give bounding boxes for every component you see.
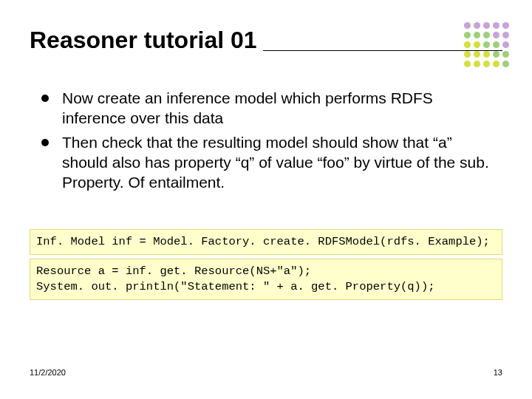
code-block-1: Inf. Model inf = Model. Factory. create.… — [30, 229, 502, 255]
decor-dot — [474, 22, 480, 29]
title-row: Reasoner tutorial 01 — [30, 27, 502, 54]
code-block-1-wrap: Inf. Model inf = Model. Factory. create.… — [30, 229, 502, 255]
decor-dot — [502, 41, 509, 48]
decor-dot — [464, 41, 471, 48]
decor-dot — [493, 32, 499, 38]
slide: Reasoner tutorial 01 Now create an infer… — [0, 0, 532, 399]
decor-dots — [464, 22, 510, 68]
decor-dot — [474, 41, 480, 48]
decor-dot — [502, 22, 509, 29]
decor-dot — [483, 41, 490, 48]
decor-dot — [493, 51, 499, 58]
list-item: Now create an inference model which perf… — [41, 89, 491, 129]
code-block-2: Resource a = inf. get. Resource(NS+"a");… — [30, 259, 502, 300]
decor-dot — [483, 32, 490, 38]
code-block-2-wrap: Resource a = inf. get. Resource(NS+"a");… — [30, 259, 502, 300]
footer-date: 11/2/2020 — [30, 368, 66, 377]
content-area: Now create an inference model which perf… — [41, 89, 491, 197]
decor-dot — [502, 61, 509, 67]
decor-dot — [464, 51, 471, 58]
slide-title: Reasoner tutorial 01 — [30, 27, 257, 54]
decor-dot — [483, 22, 490, 29]
decor-dot — [464, 22, 471, 29]
decor-dot — [483, 61, 490, 67]
decor-dot — [464, 32, 471, 38]
decor-dot — [502, 32, 509, 38]
decor-dot — [474, 51, 480, 58]
footer-page-number: 13 — [494, 368, 502, 377]
decor-dot — [464, 61, 471, 67]
decor-dot — [493, 61, 499, 67]
list-item: Then check that the resulting model shou… — [41, 133, 491, 193]
decor-dot — [474, 32, 480, 38]
decor-dot — [502, 51, 509, 58]
decor-dot — [474, 61, 480, 67]
bullet-list: Now create an inference model which perf… — [41, 89, 491, 192]
decor-dot — [493, 41, 499, 48]
decor-dot — [493, 22, 499, 29]
decor-dot — [483, 51, 490, 58]
